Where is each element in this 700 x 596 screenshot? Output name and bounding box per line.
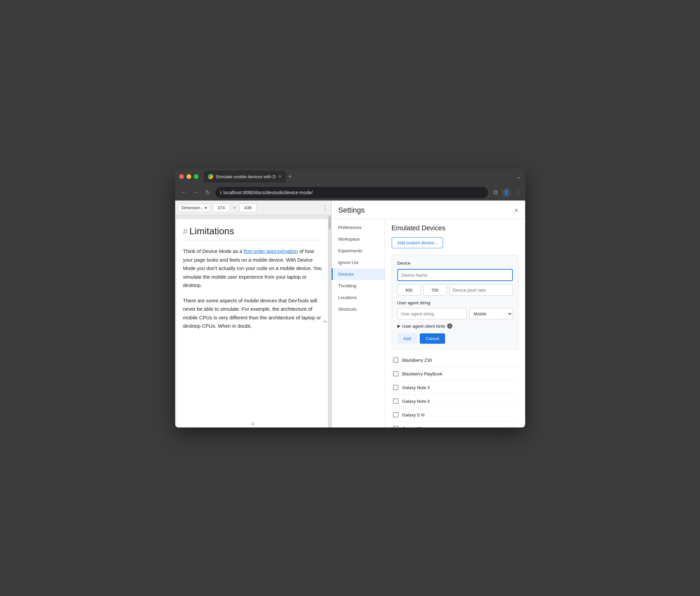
- toolbar-more-icon[interactable]: ⋮: [322, 204, 328, 212]
- window-controls: ⌄: [516, 173, 521, 180]
- drag-handle-bottom-icon[interactable]: ≡: [251, 420, 255, 427]
- user-agent-select[interactable]: Mobile Desktop Tablet: [470, 308, 513, 319]
- traffic-lights: [179, 174, 199, 179]
- forward-button[interactable]: →: [191, 188, 201, 197]
- back-button[interactable]: ←: [179, 188, 189, 197]
- user-agent-label: User agent string: [397, 300, 513, 305]
- settings-body: Preferences Workspace Experiments Ignore…: [332, 219, 525, 427]
- browser-content: Dimension... ▾ × ⋮ #Limitations: [175, 201, 525, 427]
- device-section-label: Device: [397, 260, 513, 266]
- device-dimensions-row: [397, 284, 513, 296]
- paragraph-1: Think of Device Mode as a first-order ap…: [183, 247, 323, 290]
- list-item: Galaxy Note 3: [392, 381, 519, 394]
- browser-icons: ⧉ 👤 ⋮: [494, 188, 521, 197]
- guest-icon: 👤: [503, 190, 509, 195]
- url-bar[interactable]: ℹ localhost:8080/docs/devtools/device-mo…: [215, 187, 488, 198]
- settings-header: Settings ×: [332, 201, 525, 219]
- list-item: Galaxy Note II: [392, 394, 519, 408]
- tab-title: Simulate mobile devices with D: [216, 174, 276, 179]
- sidebar-item-preferences[interactable]: Preferences: [332, 222, 385, 233]
- device-checkbox-galaxy-s3[interactable]: [393, 412, 398, 418]
- devtools-panel: Settings × Preferences Workspace Experim…: [332, 201, 525, 427]
- device-checkbox-blackberry-playbook[interactable]: [393, 371, 398, 376]
- dimension-label: Dimension...: [181, 205, 204, 210]
- list-item: BlackBerry Z30: [392, 353, 519, 367]
- device-width-input[interactable]: [397, 284, 421, 296]
- user-agent-input[interactable]: [397, 308, 467, 319]
- dimension-x-separator: ×: [233, 205, 236, 210]
- list-item: Galaxy S8: [392, 422, 519, 427]
- tab-bar: Simulate mobile devices with D × +: [204, 171, 514, 182]
- minimize-traffic-light[interactable]: [186, 174, 191, 179]
- reload-button[interactable]: ↻: [203, 188, 212, 197]
- hints-expand-icon[interactable]: ▶: [397, 324, 400, 328]
- device-pixel-ratio-input[interactable]: [449, 284, 513, 296]
- new-tab-button[interactable]: +: [288, 173, 292, 180]
- form-actions: Add Cancel: [397, 333, 513, 344]
- maximize-traffic-light[interactable]: [194, 174, 199, 179]
- sidebar-item-devices[interactable]: Devices: [332, 268, 385, 280]
- device-item-name: Galaxy S8: [402, 426, 422, 428]
- device-checkbox-galaxy-note2[interactable]: [393, 398, 398, 404]
- scroll-thumb: [329, 216, 331, 229]
- url-host: localhost: [224, 190, 242, 195]
- device-item-name: Galaxy S III: [402, 413, 425, 418]
- device-checkbox-galaxy-note3[interactable]: [393, 385, 398, 390]
- sidebar-item-locations[interactable]: Locations: [332, 292, 385, 303]
- width-input[interactable]: [212, 203, 230, 212]
- avatar[interactable]: 👤: [502, 188, 511, 197]
- page-heading: #Limitations: [183, 226, 323, 240]
- device-height-input[interactable]: [423, 284, 447, 296]
- user-agent-row: Mobile Desktop Tablet: [397, 308, 513, 319]
- device-checkbox-blackberry-z30[interactable]: [393, 357, 398, 363]
- settings-content: Emulated Devices Add custom device... De…: [385, 219, 525, 427]
- url-text: localhost:8080/docs/devtools/device-mode…: [224, 190, 313, 195]
- side-resize-handle[interactable]: ⇔: [323, 319, 327, 324]
- scroll-indicator[interactable]: [328, 215, 331, 427]
- sidebar-item-shortcuts[interactable]: Shortcuts: [332, 303, 385, 315]
- close-traffic-light[interactable]: [179, 174, 184, 179]
- titlebar: Simulate mobile devices with D × + ⌄: [175, 169, 525, 184]
- paragraph-2: There are some aspects of mobile devices…: [183, 296, 323, 330]
- page-scroll-area: #Limitations Think of Device Mode as a f…: [175, 215, 331, 427]
- settings-sidebar: Preferences Workspace Experiments Ignore…: [332, 219, 385, 427]
- webpage-panel: Dimension... ▾ × ⋮ #Limitations: [175, 201, 332, 427]
- more-menu-icon[interactable]: ⋮: [515, 189, 521, 196]
- dropdown-arrow-icon: ▾: [205, 205, 207, 210]
- heading-text: Limitations: [190, 226, 234, 236]
- device-form: Device User agent string Mobile: [392, 255, 519, 349]
- add-button[interactable]: Add: [397, 333, 417, 344]
- device-item-name: Galaxy Note 3: [402, 385, 430, 390]
- tab-favicon: [208, 174, 213, 179]
- address-bar: ← → ↻ ℹ localhost:8080/docs/devtools/dev…: [175, 184, 525, 201]
- split-screen-icon[interactable]: ⧉: [494, 189, 498, 196]
- device-checkbox-galaxy-s8[interactable]: [393, 426, 398, 427]
- browser-window: Simulate mobile devices with D × + ⌄ ← →…: [175, 169, 525, 427]
- sidebar-item-throttling[interactable]: Throttling: [332, 280, 385, 292]
- emulated-devices-title: Emulated Devices: [392, 224, 519, 232]
- dimension-select[interactable]: Dimension... ▾: [178, 204, 210, 212]
- active-tab[interactable]: Simulate mobile devices with D ×: [204, 171, 285, 182]
- settings-title: Settings: [338, 206, 365, 215]
- sidebar-item-experiments[interactable]: Experiments: [332, 245, 385, 257]
- first-order-link[interactable]: first-order approximation: [244, 248, 298, 254]
- user-agent-hints-row: ▶ User agent client hints i: [397, 323, 513, 329]
- device-item-name: BlackBerry Z30: [402, 358, 432, 363]
- page-content: #Limitations Think of Device Mode as a f…: [176, 219, 330, 427]
- height-input[interactable]: [239, 203, 256, 212]
- list-item: Blackberry PlayBook: [392, 367, 519, 381]
- tab-close-icon[interactable]: ×: [278, 174, 281, 179]
- info-icon: ℹ: [220, 190, 222, 195]
- hints-info-icon[interactable]: i: [447, 323, 452, 329]
- add-custom-device-button[interactable]: Add custom device...: [392, 237, 444, 248]
- sidebar-item-ignore-list[interactable]: Ignore List: [332, 257, 385, 268]
- url-path: :8080/docs/devtools/device-mode/: [242, 190, 312, 195]
- device-item-name: Blackberry PlayBook: [402, 371, 443, 376]
- list-item: Galaxy S III: [392, 408, 519, 422]
- sidebar-item-workspace[interactable]: Workspace: [332, 233, 385, 245]
- devtools-toolbar: Dimension... ▾ × ⋮: [175, 201, 331, 215]
- heading-hash: #: [183, 227, 188, 236]
- settings-close-button[interactable]: ×: [515, 206, 519, 214]
- device-name-input[interactable]: [397, 269, 513, 281]
- cancel-button[interactable]: Cancel: [420, 333, 445, 344]
